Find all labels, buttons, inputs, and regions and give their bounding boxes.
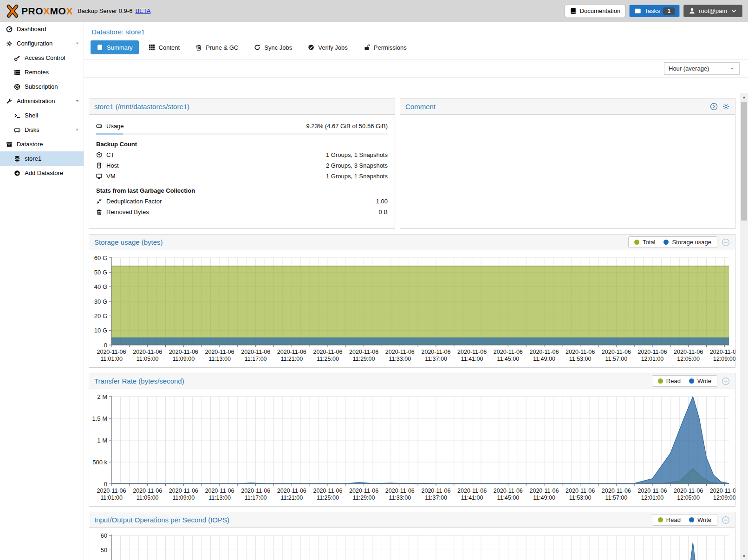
legend-label: Write xyxy=(697,516,711,523)
documentation-label: Documentation xyxy=(580,7,620,14)
svg-text:2020-11-06: 2020-11-06 xyxy=(349,488,378,494)
tasks-button[interactable]: Tasks 1 xyxy=(629,5,680,17)
collapse-icon[interactable] xyxy=(722,516,730,524)
svg-text:11:05:00: 11:05:00 xyxy=(137,356,159,362)
sidebar-item-datastore[interactable]: Datastore xyxy=(0,137,84,151)
scrollbar-thumb[interactable] xyxy=(741,102,747,221)
tab-sync-jobs[interactable]: Sync Jobs xyxy=(248,40,298,54)
gear-icon[interactable] xyxy=(722,103,730,111)
sidebar-item-shell[interactable]: Shell xyxy=(0,108,84,123)
tasks-icon xyxy=(634,7,641,14)
chevron-down-icon xyxy=(729,66,735,72)
svg-text:11:37:00: 11:37:00 xyxy=(425,356,447,362)
sidebar-item-label: Add Datastore xyxy=(25,169,63,176)
documentation-button[interactable]: Documentation xyxy=(565,5,625,17)
timeframe-value: Hour (average) xyxy=(669,65,709,72)
svg-text:2020-11-06: 2020-11-06 xyxy=(710,488,735,494)
svg-text:2020-11-06: 2020-11-06 xyxy=(313,488,342,494)
beta-link[interactable]: BETA xyxy=(135,7,150,14)
legend-item-write[interactable]: Write xyxy=(689,516,711,523)
product-version: Backup Server 0.9-6 xyxy=(78,7,133,14)
legend-item-storage-usage[interactable]: Storage usage xyxy=(663,239,711,246)
usage-value: 9.23% (4.67 GiB of 50.56 GiB) xyxy=(306,123,388,130)
svg-text:11:13:00: 11:13:00 xyxy=(208,495,231,501)
scroll-down-arrow[interactable]: ▼ xyxy=(740,553,748,560)
timeframe-select[interactable]: Hour (average) xyxy=(664,62,740,75)
usage-label: Usage xyxy=(106,123,124,130)
tab-prune-gc[interactable]: Prune & GC xyxy=(189,40,244,54)
tab-summary[interactable]: Summary xyxy=(91,40,139,54)
sidebar-item-subscription[interactable]: Subscription xyxy=(0,79,84,94)
sidebar-item-add-datastore[interactable]: Add Datastore xyxy=(0,166,84,180)
sidebar-item-disks[interactable]: Disks xyxy=(0,123,84,137)
legend-item-read[interactable]: Read xyxy=(658,378,681,384)
sidebar-item-access-control[interactable]: Access Control xyxy=(0,51,84,65)
collapse-icon[interactable] xyxy=(722,238,730,247)
svg-text:2020-11-06: 2020-11-06 xyxy=(602,488,631,494)
svg-text:20 G: 20 G xyxy=(94,313,107,319)
sidebar-item-label: Administration xyxy=(17,98,55,104)
collapse-icon[interactable] xyxy=(722,377,730,385)
stat-label: Host xyxy=(106,162,119,169)
transfer-rate-chart-panel: Transfer Rate (bytes/second) ReadWrite 0… xyxy=(89,373,735,507)
legend-label: Storage usage xyxy=(672,239,711,246)
sidebar-item-dashboard[interactable]: Dashboard xyxy=(0,22,84,36)
sidebar-item-label: Dashboard xyxy=(17,26,46,33)
svg-text:500 k: 500 k xyxy=(92,459,107,466)
svg-text:2020-11-06: 2020-11-06 xyxy=(637,488,667,494)
chevron-right-icon[interactable] xyxy=(75,127,80,132)
user-menu-button[interactable]: root@pam xyxy=(683,5,742,17)
svg-text:11:17:00: 11:17:00 xyxy=(245,495,267,501)
svg-text:12:01:00: 12:01:00 xyxy=(641,356,664,362)
user-label: root@pam xyxy=(699,7,727,14)
svg-text:2020-11-06: 2020-11-06 xyxy=(457,349,487,355)
legend-item-total[interactable]: Total xyxy=(634,239,655,246)
book-icon xyxy=(570,7,577,14)
prune-icon xyxy=(195,44,202,51)
content-area: store1 (/mnt/datastores/store1) Usage 9.… xyxy=(84,93,740,560)
tab-content[interactable]: Content xyxy=(143,40,186,54)
scroll-up-arrow[interactable]: ▲ xyxy=(740,93,748,101)
stat-label: Deduplication Factor xyxy=(106,198,162,205)
svg-text:2020-11-06: 2020-11-06 xyxy=(385,488,415,494)
tab-label: Verify Jobs xyxy=(318,44,348,51)
datastore-icon xyxy=(6,141,13,148)
disks-icon xyxy=(14,127,20,133)
tab-verify-jobs[interactable]: Verify Jobs xyxy=(302,40,354,54)
sidebar-item-store1[interactable]: store1 xyxy=(0,151,84,166)
caret-down-icon xyxy=(730,7,737,14)
legend-item-write[interactable]: Write xyxy=(689,378,711,384)
chevron-down-icon[interactable] xyxy=(75,41,80,46)
svg-text:11:21:00: 11:21:00 xyxy=(280,495,303,501)
sidebar-item-remotes[interactable]: Remotes xyxy=(0,65,84,79)
sidebar-item-configuration[interactable]: Configuration xyxy=(0,36,84,51)
svg-text:2020-11-06: 2020-11-06 xyxy=(421,349,450,355)
usage-row: Usage 9.23% (4.67 GiB of 50.56 GiB) xyxy=(96,121,388,131)
stat-value: 1 Groups, 1 Snapshots xyxy=(326,151,388,158)
stat-row-ct: CT1 Groups, 1 Snapshots xyxy=(96,150,388,160)
host-icon xyxy=(96,163,102,169)
remotes-icon xyxy=(14,69,20,76)
legend-label: Total xyxy=(643,239,655,246)
stat-value: 1.00 xyxy=(376,198,388,205)
legend-dot xyxy=(658,378,663,384)
svg-text:50: 50 xyxy=(101,547,107,553)
vm-icon xyxy=(96,173,102,179)
legend-item-read[interactable]: Read xyxy=(658,516,681,523)
sidebar-item-administration[interactable]: Administration xyxy=(0,94,84,108)
tab-permissions[interactable]: Permissions xyxy=(358,40,413,54)
svg-text:11:29:00: 11:29:00 xyxy=(353,356,375,362)
subscription-icon xyxy=(14,84,20,90)
tab-label: Prune & GC xyxy=(206,44,238,51)
circle-chevron-right-icon[interactable] xyxy=(710,103,718,111)
administration-icon xyxy=(6,98,13,104)
shell-icon xyxy=(14,112,20,119)
svg-text:2020-11-06: 2020-11-06 xyxy=(205,349,234,355)
permissions-icon xyxy=(364,44,370,51)
chevron-down-icon[interactable] xyxy=(75,98,80,104)
svg-text:2020-11-06: 2020-11-06 xyxy=(277,349,306,355)
proxmox-logo: PROXMOX xyxy=(6,4,73,18)
vertical-scrollbar[interactable]: ▲ ▼ xyxy=(740,93,748,560)
svg-text:60 G: 60 G xyxy=(94,254,107,261)
main-area: Datastore: store1 SummaryContentPrune & … xyxy=(84,22,748,560)
